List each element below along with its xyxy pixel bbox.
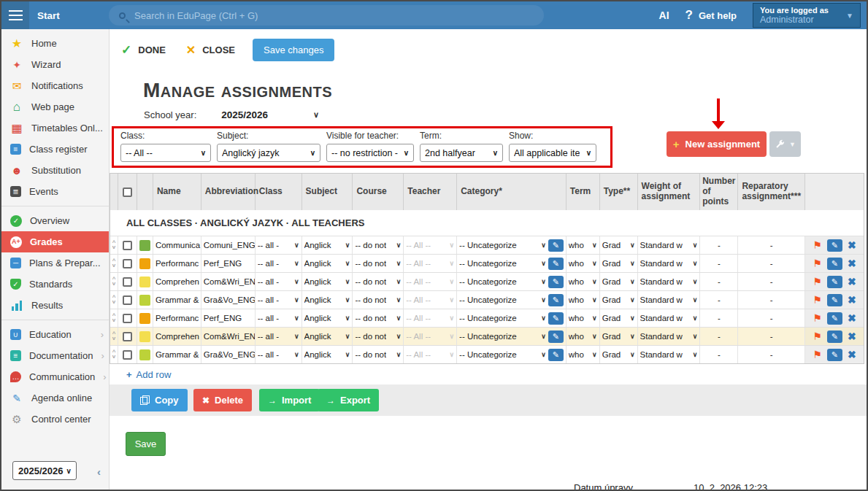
sidebar-item-documentation[interactable]: ≡Documentation›: [1, 345, 109, 366]
filter-class-select[interactable]: -- All -- ∨: [120, 144, 211, 162]
flag-icon[interactable]: ⚑: [813, 312, 822, 324]
filter-term-select[interactable]: 2nd halfyear ∨: [420, 144, 503, 162]
assignment-abbreviation-field[interactable]: Com&Wri_EN: [201, 328, 256, 345]
start-menu-label[interactable]: Start: [37, 10, 60, 21]
chevron-down-icon[interactable]: ∨: [313, 110, 319, 120]
select-all-checkbox[interactable]: [123, 187, 132, 197]
assignment-name-field[interactable]: Grammar &: [153, 291, 201, 309]
category-select[interactable]: -- Uncategorize∨: [459, 314, 546, 322]
delete-row-icon[interactable]: ✖: [848, 312, 856, 324]
edit-row-button[interactable]: ✎: [827, 276, 842, 288]
sidebar-item-education[interactable]: ∪Education›: [1, 324, 109, 345]
sidebar-item-class-register[interactable]: ≡Class register: [1, 139, 109, 160]
row-reorder-handle[interactable]: ^v: [110, 277, 118, 286]
course-select[interactable]: -- do not∨: [355, 277, 401, 286]
flag-icon[interactable]: ⚑: [813, 330, 822, 342]
sidebar-item-notifications[interactable]: ✉Notifications: [1, 75, 109, 96]
assignment-abbreviation-field[interactable]: Gra&Vo_ENG: [201, 291, 256, 309]
school-year-select[interactable]: 2025/2026 ∨: [12, 461, 77, 480]
category-select[interactable]: -- Uncategorize∨: [459, 277, 546, 286]
global-search-input[interactable]: Search in EduPage (Ctrl + G): [109, 5, 544, 26]
sidebar-item-events[interactable]: ≣Events: [1, 181, 109, 202]
teacher-select[interactable]: -- All --∨: [406, 332, 454, 341]
type-select[interactable]: Grad∨: [602, 314, 635, 322]
teacher-select[interactable]: -- All --∨: [406, 259, 454, 268]
row-checkbox[interactable]: [123, 295, 132, 305]
close-button[interactable]: ✕ CLOSE: [186, 43, 235, 57]
course-select[interactable]: -- do not∨: [355, 350, 401, 359]
edit-row-button[interactable]: ✎: [827, 258, 842, 270]
save-changes-button[interactable]: Save changes: [253, 39, 334, 61]
course-select[interactable]: -- do not∨: [355, 314, 401, 322]
assignment-name-field[interactable]: Performanc: [153, 309, 201, 327]
class-select[interactable]: -- all -∨: [258, 314, 299, 322]
assignment-abbreviation-field[interactable]: Com&Wri_EN: [201, 273, 256, 290]
term-select[interactable]: who∨: [569, 241, 597, 250]
sidebar-item-control-center[interactable]: ⚙Control center: [1, 409, 109, 430]
flag-icon[interactable]: ⚑: [813, 239, 822, 251]
sidebar-item-timetables-onl[interactable]: ▦Timetables Onl...: [1, 117, 109, 139]
course-select[interactable]: -- do not∨: [355, 241, 401, 250]
delete-row-icon[interactable]: ✖: [848, 276, 856, 287]
color-swatch[interactable]: [139, 295, 150, 306]
delete-row-icon[interactable]: ✖: [848, 330, 856, 342]
weight-select[interactable]: Standard w∨: [640, 295, 698, 304]
sidebar-item-results[interactable]: Results: [1, 295, 109, 316]
weight-select[interactable]: Standard w∨: [640, 277, 698, 286]
assignment-abbreviation-field[interactable]: Perf_ENG: [201, 309, 256, 327]
course-select[interactable]: -- do not∨: [355, 259, 401, 268]
row-checkbox[interactable]: [123, 241, 132, 250]
flag-icon[interactable]: ⚑: [813, 349, 822, 360]
delete-row-icon[interactable]: ✖: [848, 294, 856, 306]
color-swatch[interactable]: [139, 258, 150, 269]
row-reorder-handle[interactable]: ^v: [110, 241, 118, 250]
tools-dropdown-button[interactable]: ▼: [769, 131, 801, 157]
done-button[interactable]: ✓ DONE: [121, 42, 166, 58]
delete-row-icon[interactable]: ✖: [848, 349, 856, 360]
subject-select[interactable]: Anglick∨: [304, 277, 350, 286]
term-select[interactable]: who∨: [569, 259, 597, 268]
sidebar-collapse-button[interactable]: ‹: [97, 465, 101, 478]
subject-select[interactable]: Anglick∨: [304, 314, 350, 322]
term-select[interactable]: who∨: [569, 350, 597, 359]
term-select[interactable]: who∨: [569, 314, 597, 322]
teacher-select[interactable]: -- All --∨: [406, 241, 454, 250]
subject-select[interactable]: Anglick∨: [304, 350, 350, 359]
edit-category-button[interactable]: ✎: [548, 276, 564, 288]
color-swatch[interactable]: [139, 240, 150, 251]
edit-row-button[interactable]: ✎: [827, 349, 842, 361]
copy-button[interactable]: Copy: [131, 389, 188, 411]
flag-icon[interactable]: ⚑: [813, 294, 822, 306]
row-checkbox[interactable]: [123, 332, 132, 341]
class-select[interactable]: -- all -∨: [258, 277, 299, 286]
edit-category-button[interactable]: ✎: [548, 312, 564, 325]
delete-button[interactable]: ✖ Delete: [193, 389, 252, 411]
edit-category-button[interactable]: ✎: [548, 239, 564, 252]
row-reorder-handle[interactable]: ^v: [110, 259, 118, 268]
delete-row-icon[interactable]: ✖: [848, 258, 856, 269]
save-button[interactable]: Save: [126, 432, 166, 456]
edit-category-button[interactable]: ✎: [548, 330, 564, 343]
import-button[interactable]: → Import: [259, 389, 320, 411]
get-help-button[interactable]: ? Get help: [685, 8, 737, 23]
class-select[interactable]: -- all -∨: [258, 332, 299, 341]
type-select[interactable]: Grad∨: [602, 277, 635, 286]
course-select[interactable]: -- do not∨: [355, 295, 401, 304]
assignment-name-field[interactable]: Performanc: [153, 255, 201, 272]
type-select[interactable]: Grad∨: [602, 295, 635, 304]
flag-icon[interactable]: ⚑: [813, 258, 822, 269]
sidebar-item-plans-prepar[interactable]: ─Plans & Prepar...: [1, 252, 109, 274]
category-select[interactable]: -- Uncategorize∨: [459, 241, 546, 250]
assignment-name-field[interactable]: Communica: [153, 236, 201, 254]
category-select[interactable]: -- Uncategorize∨: [459, 350, 546, 359]
edit-row-button[interactable]: ✎: [827, 312, 842, 325]
sidebar-item-communication[interactable]: …Communication›: [1, 366, 109, 387]
color-swatch[interactable]: [139, 277, 150, 287]
filter-subject-select[interactable]: Anglický jazyk ∨: [217, 144, 320, 162]
category-select[interactable]: -- Uncategorize∨: [459, 259, 546, 268]
export-button[interactable]: → Export: [318, 389, 379, 411]
row-checkbox[interactable]: [123, 259, 132, 268]
course-select[interactable]: -- do not∨: [355, 332, 401, 341]
class-select[interactable]: -- all -∨: [258, 295, 299, 304]
type-select[interactable]: Grad∨: [602, 332, 635, 341]
